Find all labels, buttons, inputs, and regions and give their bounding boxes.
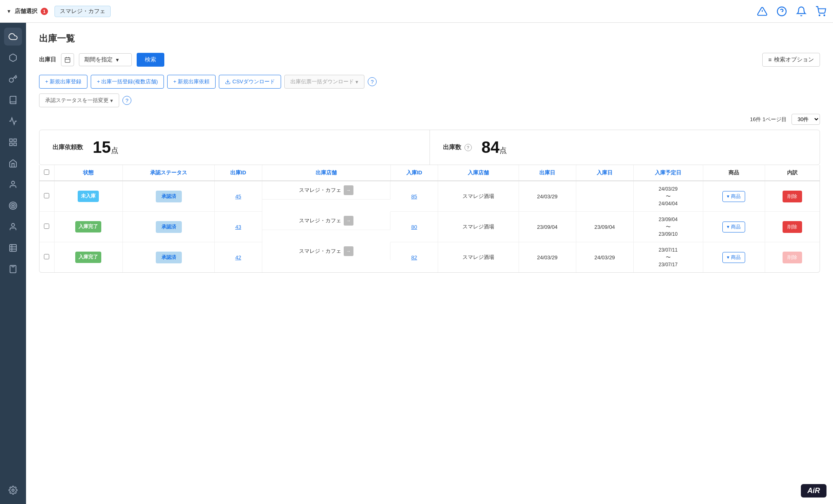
stats-shipment-request: 出庫依頼数 15点 [39,130,430,165]
dropdown-arrow-icon2: ▾ [110,98,113,104]
sidebar-item-book[interactable] [4,91,22,109]
sidebar-item-grid[interactable] [4,133,22,151]
calendar-icon[interactable] [61,53,74,66]
receipt-id-link[interactable]: 82 [411,254,417,261]
layout: 出庫一覧 出庫日 期間を指定 ▾ 検索 ≡ 検索オプション + 新規出庫登録 +… [0,23,833,504]
status-badge: 入庫完了 [75,252,101,263]
cell-approval: 承認済 [123,242,214,273]
page-title: 出庫一覧 [39,33,820,45]
cell-receipt-id: 80 [390,212,438,242]
header-approval: 承認ステータス [123,165,214,181]
arrow-to-receipt-button[interactable]: → [344,216,353,226]
cell-goods: ▾ 商品 [703,212,765,242]
sidebar-item-box[interactable] [4,49,22,67]
receipt-id-link[interactable]: 85 [411,193,417,200]
row-checkbox-cell [39,242,54,273]
dropdown-arrow-icon: ▾ [355,79,358,85]
goods-button[interactable]: ▾ 商品 [722,252,745,263]
delete-button[interactable]: 削除 [783,191,802,202]
status-help-icon[interactable]: ? [122,96,131,105]
cell-expected-date: 23/09/04〜23/09/10 [633,212,703,242]
invoice-download-button[interactable]: 出庫伝票一括ダウンロード ▾ [284,75,364,89]
cell-delete: 削除 [765,242,820,273]
row-checkbox-cell [39,212,54,242]
cell-shipment-store: スマレジ・カフェ → [262,181,391,200]
svg-point-10 [11,181,14,184]
cell-expected-date: 23/07/11〜23/07/17 [633,242,703,273]
cell-shipment-date: 24/03/29 [519,181,576,212]
cell-approval: 承認済 [123,181,214,212]
cart-icon[interactable] [815,6,826,17]
sidebar-item-person[interactable] [4,176,22,193]
sidebar-item-chart[interactable] [4,112,22,130]
shipment-id-link[interactable]: 45 [235,193,241,200]
arrow-to-receipt-button[interactable]: → [344,185,353,195]
row-checkbox[interactable] [44,254,49,259]
sidebar-item-table[interactable] [4,239,22,257]
status-change-button[interactable]: 承認ステータスを一括変更 ▾ [39,93,119,107]
pagination-row: 16件 1ページ目 30件 [39,114,820,125]
select-all-checkbox[interactable] [44,169,49,175]
invoice-help-icon[interactable]: ? [368,77,377,86]
delete-button[interactable]: 削除 [783,221,802,233]
date-period-select[interactable]: 期間を指定 ▾ [79,53,132,66]
new-shipment-button[interactable]: + 新規出庫登録 [39,75,87,89]
per-page-select[interactable]: 30件 [792,114,820,125]
pagination-info: 16件 1ページ目 [750,116,787,123]
header-shipment-store: 出庫店舗 [262,165,390,181]
table-wrapper: 状態 承認ステータス 出庫ID 出庫店舗 入庫ID 入庫店舗 出庫日 入庫日 入… [39,165,820,273]
table-row: 未入庫承認済45スマレジ・カフェ →85スマレジ酒場24/03/2924/03/… [39,181,820,212]
sidebar-item-user2[interactable] [4,218,22,236]
search-button[interactable]: 検索 [137,53,164,67]
row-checkbox[interactable] [44,193,49,198]
cell-delete: 削除 [765,181,820,212]
approval-badge: 承認済 [156,221,182,233]
goods-button[interactable]: ▾ 商品 [722,222,745,232]
bulk-shipment-button[interactable]: + 出庫一括登録(複数店舗) [91,75,164,89]
row-checkbox[interactable] [44,224,49,229]
sidebar-item-key[interactable] [4,70,22,88]
store-selector[interactable]: ▼ 店舗選択 1 [7,8,48,15]
chevron-down-icon: ▾ [727,254,729,260]
bell-icon[interactable] [796,6,807,17]
csv-download-button[interactable]: CSVダウンロード [219,75,281,89]
goods-button[interactable]: ▾ 商品 [722,191,745,202]
svg-point-20 [12,489,14,491]
cell-shipment-date: 23/09/04 [519,212,576,242]
menu-icon: ≡ [768,56,772,63]
cell-shipment-id: 42 [214,242,262,273]
status-badge: 入庫完了 [75,221,101,232]
sidebar-item-store[interactable] [4,154,22,172]
filter-row: 出庫日 期間を指定 ▾ 検索 ≡ 検索オプション [39,53,820,67]
action-row-2: 承認ステータスを一括変更 ▾ ? [39,93,820,107]
chevron-down-icon: ▾ [116,56,119,63]
cell-goods: ▾ 商品 [703,242,765,273]
sidebar-item-clipboard[interactable] [4,260,22,278]
receipt-id-link[interactable]: 80 [411,224,417,230]
cell-expected-date: 24/03/29〜24/04/04 [633,181,703,212]
table-row: 入庫完了承認済42スマレジ・カフェ →82スマレジ酒場24/03/2924/03… [39,242,820,273]
cell-receipt-date: 24/03/29 [576,242,633,273]
search-options-button[interactable]: ≡ 検索オプション [762,53,820,67]
svg-rect-15 [10,245,17,252]
arrow-to-receipt-button[interactable]: → [344,246,353,256]
cell-shipment-date: 24/03/29 [519,242,576,273]
new-request-button[interactable]: + 新規出庫依頼 [167,75,216,89]
svg-rect-19 [12,265,14,267]
shipment-count-help-icon[interactable]: ? [464,144,472,151]
header-detail: 内訳 [765,165,820,181]
sidebar-item-target[interactable] [4,197,22,215]
shipment-id-link[interactable]: 43 [235,224,241,230]
help-icon[interactable] [776,6,787,17]
svg-rect-7 [14,139,16,141]
header-shipment-date: 出庫日 [519,165,576,181]
sidebar-item-settings[interactable] [4,481,22,499]
warning-icon[interactable] [757,6,768,17]
sidebar-item-cloud[interactable] [4,28,22,46]
delete-button: 削除 [783,252,802,263]
cell-approval: 承認済 [123,212,214,242]
stats-request-unit: 点 [111,146,118,154]
cell-shipment-store: スマレジ・カフェ → [262,212,391,230]
shipment-id-link[interactable]: 42 [235,254,241,261]
table-body: 未入庫承認済45スマレジ・カフェ →85スマレジ酒場24/03/2924/03/… [39,181,820,272]
